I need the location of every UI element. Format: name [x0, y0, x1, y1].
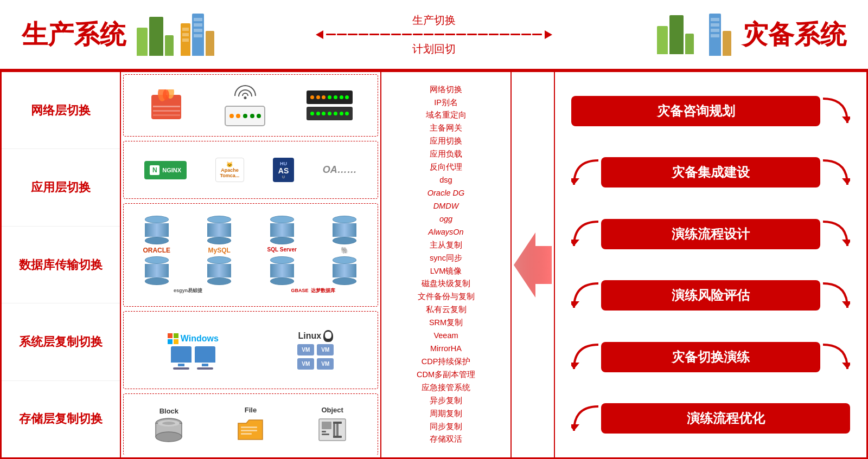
db-sqlserver-cylinder [252, 216, 312, 244]
windows-section: Windows [168, 333, 219, 370]
center-list: 网络切换 IP别名 域名重定向 主备网关 应用切换 应用负载 反向代理 dsg … [381, 72, 512, 457]
object-storage: Object [317, 406, 347, 443]
oa-label: OA…… [323, 164, 357, 176]
production-title: 生产系统 [22, 17, 126, 52]
curve-arrow-down5 [820, 281, 850, 311]
planned-return-label: 计划回切 [412, 42, 456, 56]
disaster-system-right: 灾备系统 [657, 14, 846, 56]
svg-marker-29 [842, 240, 850, 246]
db-gbase-cylinder [252, 256, 312, 285]
btn-switch-drill: 灾备切换演练 [601, 342, 820, 372]
curve-arrow-up1 [571, 219, 601, 249]
svg-point-11 [162, 422, 175, 425]
svg-rect-13 [241, 426, 257, 428]
curve-arrow-down [820, 96, 850, 126]
arrow-area [512, 72, 555, 457]
pg-label: 🐘 [315, 247, 375, 254]
svg-rect-22 [333, 422, 342, 424]
svg-marker-31 [842, 301, 850, 308]
mysql-label: MySQL [189, 247, 250, 254]
arrow-head-right [545, 30, 552, 39]
curve-arrow-down6 [820, 342, 850, 372]
block-storage: Block [154, 407, 184, 442]
arrow-head-left [316, 30, 323, 39]
tomcat-logo: 🐱 Apache Tomca... [215, 158, 245, 182]
btn-integration: 灾备集成建设 [601, 157, 820, 188]
svg-marker-30 [571, 301, 579, 308]
right-item-3: 演练流程设计 [571, 219, 850, 249]
svg-marker-28 [571, 240, 579, 246]
db-pg-cylinder [315, 216, 375, 244]
btn-flow-optimize: 演练流程优化 [601, 403, 850, 434]
right-item-6: 演练流程优化 [571, 403, 850, 434]
btn-risk-eval: 演练风险评估 [601, 280, 820, 311]
esgyn-label: esgyn易鲸捷 [126, 287, 250, 294]
storage-diagram-row: Block File [123, 393, 378, 455]
linux-section: Linux VM VM VM VM [297, 330, 334, 370]
svg-rect-18 [322, 431, 326, 432]
curve-arrow-up2 [571, 281, 601, 311]
firewall-icon [149, 89, 184, 122]
svg-rect-17 [322, 422, 331, 429]
svg-rect-15 [241, 433, 252, 435]
network-diagram-row [123, 74, 378, 137]
production-system-left: 生产系统 [22, 14, 214, 56]
sqlserver-label: SQL Server [252, 247, 312, 254]
db-esgyn-cylinder [126, 256, 187, 285]
layer-system: 系统层复制切换 [2, 303, 120, 380]
db-esgyn2-cylinder [189, 256, 250, 285]
svg-marker-24 [514, 232, 552, 298]
curve-arrow-down2 [571, 158, 601, 188]
svg-rect-20 [333, 422, 335, 438]
btn-consulting: 灾备咨询规划 [571, 96, 820, 126]
layer-db: 数据库传输切换 [2, 227, 120, 303]
main-content: 网络层切换 应用层切换 数据库传输切换 系统层复制切换 存储层复制切换 [0, 70, 868, 459]
svg-rect-14 [241, 430, 257, 431]
curve-arrow-up4 [571, 404, 601, 434]
svg-rect-23 [333, 436, 342, 438]
arrow-row-top [316, 30, 552, 39]
left-panel: 网络层切换 应用层切换 数据库传输切换 系统层复制切换 存储层复制切换 [2, 72, 121, 457]
curve-arrow-down4 [820, 219, 850, 249]
header-center: 生产切换 计划回切 [316, 13, 552, 56]
file-storage: File [235, 406, 265, 443]
svg-rect-4 [153, 106, 180, 107]
system-diagram-row: Windows [123, 311, 378, 389]
layer-storage: 存储层复制切换 [2, 381, 120, 457]
disaster-title: 灾备系统 [742, 17, 846, 52]
right-item-1: 灾备咨询规划 [571, 96, 850, 126]
svg-marker-25 [842, 117, 850, 123]
right-item-5: 灾备切换演练 [571, 342, 850, 372]
db-mysql-cylinder [189, 216, 250, 244]
big-arrow [514, 232, 552, 298]
db-diagram-row: ORACLE MySQL SQL Server 🐘 esgyn易鲸 [123, 203, 378, 307]
layer-network: 网络层切换 [2, 72, 120, 149]
production-switch-label: 生产切换 [412, 13, 456, 28]
svg-marker-27 [842, 178, 850, 185]
curve-arrow-down3 [820, 158, 850, 188]
db-dameng-cylinder [315, 256, 375, 285]
nginx-logo: N NGINX [144, 161, 187, 179]
right-panel: 灾备咨询规划 灾备集成建设 [555, 72, 866, 457]
btn-flow-design: 演练流程设计 [601, 219, 820, 249]
oracle-label: ORACLE [126, 247, 187, 254]
svg-marker-32 [571, 363, 579, 369]
svg-rect-6 [153, 114, 180, 116]
top-header: 生产系统 [0, 0, 868, 70]
dashed-line [326, 34, 542, 35]
gbase-label: GBASE 达梦数据库 [252, 287, 375, 294]
production-buildings [137, 14, 214, 56]
svg-rect-5 [153, 110, 180, 112]
haas-logo: HU AS U [273, 158, 294, 182]
db-oracle-cylinder [126, 216, 187, 244]
app-diagram-row: N NGINX 🐱 Apache Tomca... HU AS U OA…… [123, 141, 378, 198]
svg-marker-26 [571, 178, 579, 185]
svg-rect-21 [336, 422, 339, 438]
center-list-text: 网络切换 IP别名 域名重定向 主备网关 应用切换 应用负载 反向代理 dsg … [417, 83, 475, 447]
right-item-2: 灾备集成建设 [571, 157, 850, 188]
svg-point-3 [163, 89, 169, 100]
svg-marker-34 [571, 424, 579, 431]
middle-diagram: N NGINX 🐱 Apache Tomca... HU AS U OA…… [121, 72, 381, 457]
right-item-4: 演练风险评估 [571, 280, 850, 311]
svg-marker-33 [842, 363, 850, 369]
